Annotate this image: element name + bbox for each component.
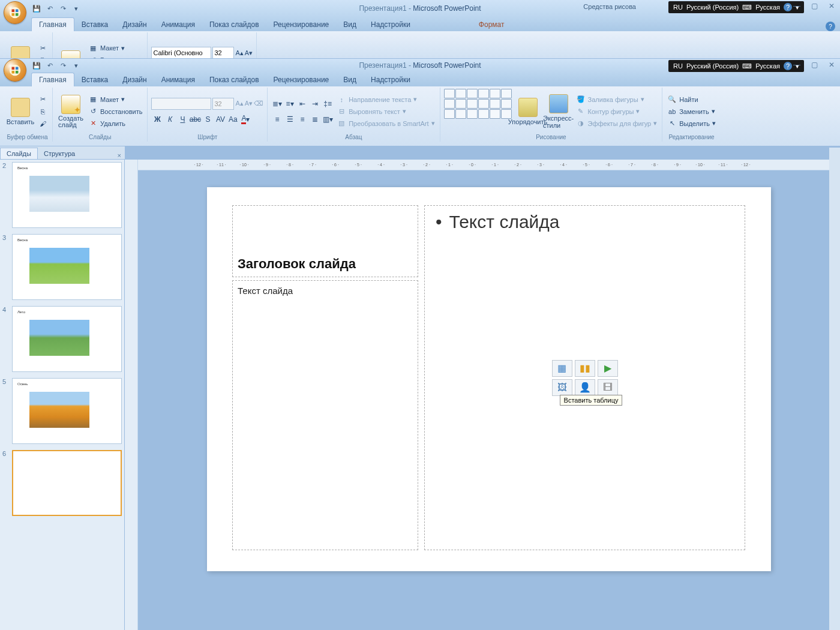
language-tray[interactable]: RU Русский (Россия) ⌨ Русская ? ▾ [668, 1, 804, 13]
maximize-button[interactable]: ▢ [807, 1, 821, 11]
help-button[interactable]: ? [826, 22, 835, 31]
shrink-font-button[interactable]: A▾ [245, 49, 253, 57]
tab-insert[interactable]: Вставка [74, 18, 116, 31]
insert-table-icon[interactable]: ▦ [552, 360, 572, 377]
shape-free[interactable] [455, 109, 466, 119]
shape-curve[interactable] [444, 109, 455, 119]
shape-rect[interactable] [467, 89, 478, 98]
qat-dropdown-icon[interactable]: ▾ [71, 3, 82, 14]
insert-picture-icon[interactable]: 🖼 [552, 379, 572, 396]
reset-button[interactable]: ↺Восстановить [87, 55, 143, 59]
insert-smartart-icon[interactable]: ▶ [598, 360, 618, 377]
shape-effects-button[interactable]: ◑Эффекты для фигур ▾ [575, 118, 659, 129]
char-spacing-button[interactable]: AV [214, 113, 226, 125]
maximize-button[interactable]: ▢ [807, 60, 821, 70]
close-panel-button[interactable]: × [114, 152, 125, 159]
cut-button[interactable]: ✂ [37, 94, 49, 105]
tab-review[interactable]: Рецензирование [266, 73, 337, 86]
align-center-button[interactable]: ☰ [284, 113, 296, 125]
redo-icon[interactable]: ↷ [58, 60, 68, 71]
layout-button[interactable]: ▦Макет ▾ [87, 94, 143, 105]
shadow-button[interactable]: S [202, 113, 214, 125]
tab-design[interactable]: Дизайн [115, 73, 154, 86]
minimize-button[interactable]: — [790, 1, 804, 11]
tab-review[interactable]: Рецензирование [266, 18, 337, 31]
minimize-button[interactable]: — [790, 60, 804, 70]
tab-animation[interactable]: Анимация [154, 18, 202, 31]
numbering-button[interactable]: ≡▾ [284, 98, 296, 110]
close-button[interactable]: ✕ [824, 60, 839, 70]
cut-button[interactable]: ✂ [37, 43, 49, 53]
close-button[interactable]: ✕ [824, 1, 839, 11]
tab-insert[interactable]: Вставка [74, 73, 116, 86]
paste-button[interactable]: Вставить [6, 89, 35, 134]
shape-hex[interactable] [490, 109, 500, 119]
insert-clipart-icon[interactable]: 👤 [575, 379, 595, 396]
tab-home[interactable]: Главная [31, 17, 74, 31]
new-slide-button[interactable]: ✦ Создать слайд [56, 89, 85, 134]
shapes-gallery[interactable] [444, 89, 512, 134]
shape-brace[interactable] [490, 99, 500, 109]
shape-text[interactable] [501, 99, 512, 109]
reset-button[interactable]: ↺Восстановить [87, 106, 143, 117]
copy-button[interactable]: ⎘ [37, 55, 49, 59]
redo-icon[interactable]: ↷ [58, 3, 68, 14]
grow-font-button[interactable]: A▴ [235, 100, 243, 107]
shape-ellipse[interactable] [478, 89, 489, 98]
subtitle-placeholder[interactable]: Текст слайда [232, 280, 418, 550]
shape-arrow3[interactable] [478, 99, 489, 109]
qat-dropdown-icon[interactable]: ▾ [71, 60, 82, 71]
font-color-button[interactable]: A▾ [239, 113, 251, 125]
find-button[interactable]: 🔍Найти [666, 94, 717, 105]
bullets-button[interactable]: ≣▾ [271, 98, 283, 110]
indent-dec-button[interactable]: ⇤ [296, 98, 308, 110]
grow-font-button[interactable]: A▴ [235, 49, 243, 57]
clear-format-button[interactable]: ⌫ [254, 100, 263, 107]
tab-home[interactable]: Главная [31, 73, 74, 86]
slide-thumb-5[interactable]: 5 Осень [2, 378, 122, 444]
format-painter-button[interactable]: 🖌 [37, 118, 49, 129]
tab-slideshow[interactable]: Показ слайдов [202, 73, 266, 86]
tab-view[interactable]: Вид [336, 73, 364, 86]
tab-slideshow[interactable]: Показ слайдов [202, 18, 266, 31]
content-placeholder[interactable]: Текст слайда ▦ ▮▮ ▶ 🖼 👤 🎞 Вставить табли… [424, 205, 745, 550]
tab-view[interactable]: Вид [336, 18, 364, 31]
paste-button[interactable]: Вставить [6, 34, 35, 59]
align-text-button[interactable]: ⊟Выровнять текст ▾ [335, 106, 436, 117]
justify-button[interactable]: ≣ [309, 113, 321, 125]
shape-pent[interactable] [478, 109, 489, 119]
align-right-button[interactable]: ≡ [296, 113, 308, 125]
shape-rrect[interactable] [490, 89, 500, 98]
change-case-button[interactable]: Aa [227, 113, 239, 125]
text-direction-button[interactable]: ↕Направление текста ▾ [335, 94, 436, 105]
quick-styles-button[interactable]: Экспресс-стили [544, 89, 573, 134]
slide-thumb-2[interactable]: 2 Весна [2, 162, 122, 228]
shape-arrow[interactable] [455, 89, 466, 98]
slide-editor[interactable]: Заголовок слайда Текст слайда Текст слай… [138, 170, 840, 630]
smartart-button[interactable]: ▧Преобразовать в SmartArt ▾ [335, 118, 436, 129]
vertical-scrollbar[interactable] [829, 148, 840, 630]
insert-media-icon[interactable]: 🎞 [598, 379, 618, 396]
shape-cloud[interactable] [467, 109, 478, 119]
copy-button[interactable]: ⎘ [37, 106, 49, 117]
office-button[interactable] [4, 1, 26, 24]
select-button[interactable]: ↖Выделить ▾ [666, 118, 717, 129]
shape-star[interactable] [455, 99, 466, 109]
font-size-select[interactable] [212, 47, 234, 59]
italic-button[interactable]: К [164, 113, 176, 125]
font-name-select[interactable] [151, 98, 211, 110]
shape-tri[interactable] [501, 89, 512, 98]
tab-addins[interactable]: Надстройки [364, 73, 418, 86]
columns-button[interactable]: ▥▾ [322, 113, 334, 125]
slide-thumb-6[interactable]: 6 [2, 450, 122, 516]
align-left-button[interactable]: ≡ [271, 113, 283, 125]
shape-fill-button[interactable]: 🪣Заливка фигуры ▾ [575, 94, 659, 105]
strike-button[interactable]: abc [189, 113, 201, 125]
title-placeholder[interactable]: Заголовок слайда [232, 205, 418, 277]
slide-canvas[interactable]: Заголовок слайда Текст слайда Текст слай… [207, 187, 771, 571]
shape-outline-button[interactable]: ✎Контур фигуры ▾ [575, 106, 659, 117]
shape-callout[interactable] [444, 99, 455, 109]
save-icon[interactable]: 💾 [31, 60, 42, 71]
tab-format[interactable]: Формат [472, 18, 512, 31]
indent-inc-button[interactable]: ⇥ [309, 98, 321, 110]
